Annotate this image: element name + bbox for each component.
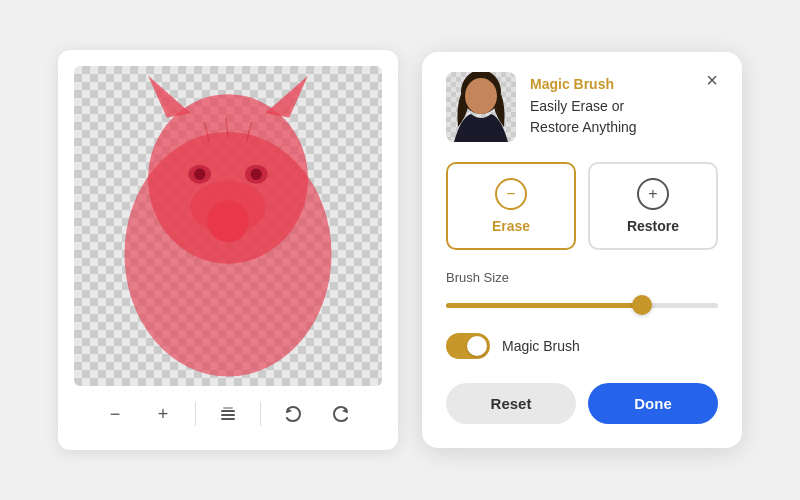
reset-button[interactable]: Reset (446, 383, 576, 424)
plus-icon: + (158, 404, 169, 425)
svg-point-7 (194, 169, 205, 180)
erase-mode-button[interactable]: − Erase (446, 162, 576, 250)
slider-thumb[interactable] (632, 295, 652, 315)
layers-button[interactable] (212, 398, 244, 430)
close-button[interactable]: × (698, 66, 726, 94)
magic-brush-toggle-row: Magic Brush (446, 333, 718, 359)
main-container: − + (58, 50, 742, 450)
zoom-in-button[interactable]: + (147, 398, 179, 430)
undo-button[interactable] (277, 398, 309, 430)
dialog-subtitle: Easily Erase or Restore Anything (530, 96, 718, 138)
divider-2 (260, 402, 261, 426)
svg-point-22 (465, 78, 497, 114)
preview-thumbnail (446, 72, 516, 142)
brush-size-section: Brush Size (446, 270, 718, 315)
svg-rect-15 (221, 410, 235, 412)
slider-track (446, 303, 718, 308)
erase-icon: − (495, 178, 527, 210)
restore-mode-button[interactable]: + Restore (588, 162, 718, 250)
canvas-image-area[interactable] (74, 66, 382, 386)
toolbar: − + (99, 398, 357, 430)
wolf-illustration (74, 66, 382, 386)
minus-icon: − (110, 404, 121, 425)
done-button[interactable]: Done (588, 383, 718, 424)
brush-size-label: Brush Size (446, 270, 718, 285)
erase-label: Erase (492, 218, 530, 234)
redo-icon (331, 404, 351, 424)
svg-point-11 (207, 201, 248, 242)
svg-rect-16 (221, 414, 235, 416)
restore-icon: + (637, 178, 669, 210)
canvas-panel: − + (58, 50, 398, 450)
dialog-info: Magic Brush Easily Erase or Restore Anyt… (530, 72, 718, 138)
redo-button[interactable] (325, 398, 357, 430)
magic-brush-toggle[interactable] (446, 333, 490, 359)
svg-rect-18 (223, 407, 233, 409)
brush-size-slider[interactable] (446, 295, 718, 315)
dialog-title: Magic Brush (530, 76, 718, 92)
divider-1 (195, 402, 196, 426)
slider-fill (446, 303, 642, 308)
zoom-out-button[interactable]: − (99, 398, 131, 430)
magic-brush-toggle-label: Magic Brush (502, 338, 580, 354)
svg-rect-17 (221, 418, 235, 420)
layers-icon (218, 404, 238, 424)
dialog-footer: Reset Done (446, 383, 718, 424)
person-svg (446, 72, 516, 142)
toggle-knob (467, 336, 487, 356)
dialog-header: Magic Brush Easily Erase or Restore Anyt… (446, 72, 718, 142)
dialog-panel: × Magic Brush (422, 52, 742, 448)
undo-icon (283, 404, 303, 424)
mode-buttons: − Erase + Restore (446, 162, 718, 250)
restore-label: Restore (627, 218, 679, 234)
svg-point-9 (251, 169, 262, 180)
